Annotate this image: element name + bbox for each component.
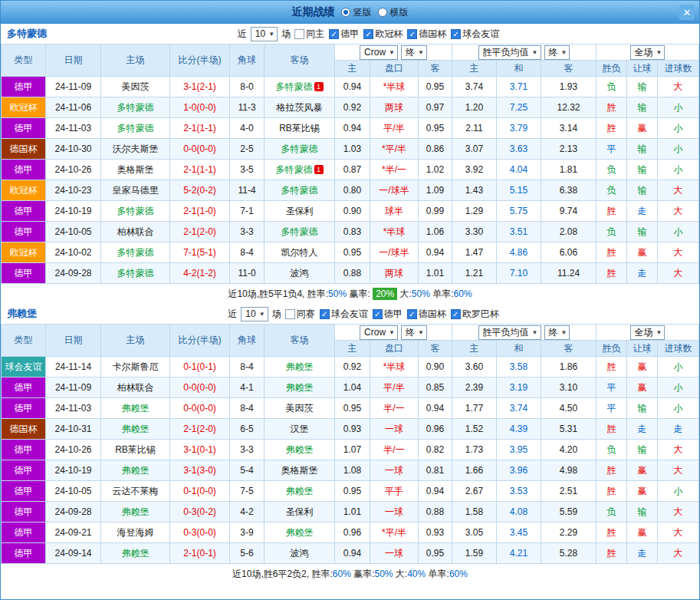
handicap-cell: 一/球半 [370, 180, 419, 201]
date-cell: 24-10-19 [46, 460, 101, 481]
home-team-cell: 奥格斯堡 [101, 160, 170, 180]
score-cell: 0-3(0-0) [170, 523, 230, 543]
summary-text: 60% [333, 569, 351, 579]
recent-results-table: 类型 日期 主场 比分(半场) 角球 客场 Crow ▼ 终 [1, 324, 699, 564]
col-avg-home: 主 [452, 341, 497, 357]
avg-type-select[interactable]: 胜平负均值 ▼ [478, 45, 541, 60]
league-filter[interactable]: 同主 [294, 28, 324, 41]
avg-home-cell: 3.30 [452, 222, 497, 242]
corner-cell: 2-5 [230, 139, 265, 160]
odds-home-cell: 0.95 [335, 398, 370, 419]
league-filter[interactable]: ✓德国杯 [407, 308, 446, 321]
chevron-down-icon: ▼ [418, 329, 424, 336]
league-filter[interactable]: ✓德甲 [329, 28, 359, 41]
handicap-result-cell: 走 [627, 263, 658, 284]
handicap-cell: *半球 [370, 357, 419, 377]
match-row: 球会友谊24-11-14卡尔斯鲁厄0-1(0-1)8-4弗赖堡0.92*半球0.… [2, 357, 699, 377]
filter-label: 同赛 [297, 308, 315, 321]
odds-away-cell: 0.97 [419, 97, 452, 118]
league-filter[interactable]: ✓德甲 [373, 308, 403, 321]
close-button[interactable]: ✕ [679, 5, 695, 20]
avg-draw-cell: 3.53 [497, 481, 541, 502]
league-filter[interactable]: ✓欧罗巴杯 [451, 308, 499, 321]
select-value: Crow [364, 47, 386, 58]
select-value: 全场 [635, 326, 653, 339]
avg-away-cell: 5.31 [541, 419, 596, 440]
near-label: 近 [238, 28, 247, 41]
league-filter[interactable]: 同赛 [285, 308, 315, 321]
odds-away-cell: 0.85 [419, 377, 452, 398]
odds-time-select[interactable]: 终 ▼ [401, 45, 427, 60]
avg-away-cell: 1.81 [541, 160, 596, 180]
layout-radio-horizontal[interactable]: 横版 [378, 6, 409, 19]
odds-company-select[interactable]: Crow ▼ [360, 325, 398, 340]
handicap-cell: 平手 [370, 481, 419, 502]
match-row: 德甲24-10-19多特蒙德2-1(1-0)7-1圣保利0.90球半0.991.… [2, 201, 699, 222]
league-filter[interactable]: ✓德国杯 [407, 28, 446, 41]
avg-away-cell: 5.28 [541, 543, 596, 564]
odds-home-cell: 0.83 [335, 222, 370, 242]
date-cell: 24-10-26 [46, 440, 101, 460]
home-team-cell: 弗赖堡 [101, 543, 170, 564]
radio-vertical-label: 竖版 [353, 6, 372, 19]
league-filter[interactable]: ✓球会友谊 [451, 28, 499, 41]
result-cell: 胜 [596, 543, 627, 564]
avg-home-cell: 3.60 [452, 357, 497, 377]
goals-result-cell: 小 [658, 160, 699, 180]
odds-away-cell: 0.95 [419, 77, 452, 97]
red-card-mark: 1 [314, 82, 324, 91]
league-badge: 德甲 [2, 523, 46, 543]
match-row: 德甲24-10-05云达不莱梅0-1(0-0)7-5弗赖堡0.95平手0.942… [2, 481, 699, 502]
odds-away-cell: 0.86 [419, 139, 452, 160]
home-team-cell: 云达不莱梅 [101, 481, 170, 502]
away-team-cell: 奥格斯堡 [265, 460, 335, 481]
avg-draw-cell: 3.63 [497, 139, 541, 160]
col-odds-home: 主 [335, 341, 370, 357]
team-name: 弗赖堡 [7, 307, 37, 321]
odds-company-select[interactable]: Crow ▼ [360, 45, 398, 60]
avg-type-select[interactable]: 胜平负均值 ▼ [478, 325, 541, 340]
league-badge: 德甲 [2, 502, 46, 523]
games-label: 场 [272, 308, 281, 321]
corner-cell: 3-5 [230, 160, 265, 180]
corner-cell: 7-5 [230, 481, 265, 502]
filter-label: 球会友谊 [331, 308, 368, 321]
recent-results-table: 类型 日期 主场 比分(半场) 角球 客场 Crow ▼ 终 [1, 44, 699, 284]
match-count-select[interactable]: 10 ▼ [241, 307, 268, 321]
avg-home-cell: 2.11 [452, 118, 497, 139]
match-count-select[interactable]: 10 ▼ [251, 27, 278, 41]
filter-label: 德甲 [384, 308, 403, 321]
league-badge: 德甲 [2, 222, 46, 242]
match-row: 德甲24-11-09美因茨3-1(2-1)8-0多特蒙德10.94*半球0.95… [2, 77, 699, 97]
col-goals: 进球数 [658, 61, 699, 77]
col-type: 类型 [2, 45, 46, 77]
avg-time-select[interactable]: 终 ▼ [544, 325, 570, 340]
odds-away-cell: 0.93 [419, 523, 452, 543]
league-filter[interactable]: ✓欧冠杯 [363, 28, 403, 41]
goals-result-cell: 大 [658, 77, 699, 97]
avg-time-select[interactable]: 终 ▼ [544, 45, 570, 60]
goals-result-cell: 大 [658, 263, 699, 284]
avg-draw-cell: 3.79 [497, 118, 541, 139]
home-team-cell: 多特蒙德 [101, 263, 170, 284]
col-date: 日期 [46, 45, 101, 77]
score-cell: 2-1(1-1) [170, 118, 230, 139]
home-team-cell: 卡尔斯鲁厄 [101, 357, 170, 377]
score-cell: 3-1(0-1) [170, 440, 230, 460]
score-cell: 0-0(0-0) [170, 398, 230, 419]
scope-select[interactable]: 全场 ▼ [630, 325, 665, 340]
avg-away-cell: 3.14 [541, 118, 596, 139]
home-team-cell: 沃尔夫斯堡 [101, 139, 170, 160]
select-value: 胜平负均值 [483, 46, 529, 59]
league-filter[interactable]: ✓球会友谊 [320, 308, 368, 321]
handicap-cell: 一球 [370, 502, 419, 523]
col-result: 胜负 [596, 341, 627, 357]
scope-select[interactable]: 全场 ▼ [630, 45, 665, 60]
recent-results-panel: 近期战绩 竖版 横版 ✕ 多特蒙德 近 10 ▼ 场 同主✓德甲✓欧冠杯✓德国 [0, 0, 700, 600]
layout-radio-vertical[interactable]: 竖版 [341, 6, 372, 19]
match-row: 德甲24-11-03弗赖堡0-0(0-0)8-4美因茨0.95半/一0.941.… [2, 398, 699, 419]
odds-time-select[interactable]: 终 ▼ [401, 325, 427, 340]
section-summary: 近10场,胜6平2负2, 胜率:60% 赢率:50% 大:40% 单率:60% [1, 564, 699, 584]
avg-away-cell: 5.59 [541, 502, 596, 523]
odds-away-cell: 0.95 [419, 118, 452, 139]
